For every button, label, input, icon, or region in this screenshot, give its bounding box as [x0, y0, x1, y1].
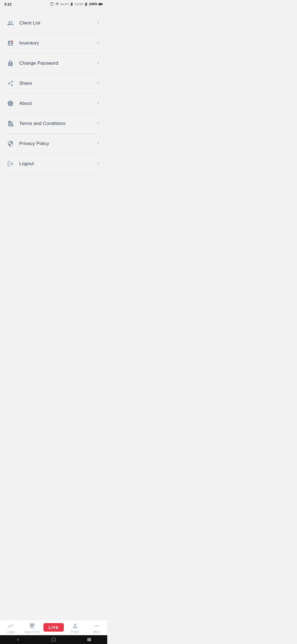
menu-item-inventory[interactable]: Inventory: [7, 33, 101, 53]
menu-item-privacy[interactable]: Privacy Policy: [7, 134, 101, 154]
chevron-right-icon: [96, 141, 101, 147]
menu-list: Client List Inventory: [0, 13, 107, 174]
svg-rect-2: [102, 4, 103, 4]
menu-item-change-password[interactable]: Change Password: [7, 53, 101, 73]
lock-icon: [7, 59, 14, 67]
share-icon: [7, 80, 14, 87]
signal-bars2: ▐▌: [84, 3, 88, 6]
menu-item-logout[interactable]: Logout: [7, 154, 101, 174]
inventory-icon: [7, 39, 14, 47]
wifi-icon: [55, 2, 59, 6]
battery-text: 100%: [89, 2, 97, 6]
menu-item-share[interactable]: Share: [7, 73, 101, 94]
logout-icon: [7, 160, 14, 168]
chevron-right-icon: [96, 60, 101, 67]
change-password-label: Change Password: [19, 61, 58, 66]
signal-text2: VoLTE2: [75, 3, 83, 6]
status-icons: VoLTE1 ▐▌ VoLTE2 ▐▌ 100%: [50, 2, 103, 6]
svg-rect-1: [99, 4, 102, 5]
about-label: About: [19, 101, 32, 106]
chevron-right-icon: [96, 100, 101, 107]
main-content: Client List Inventory: [0, 8, 107, 174]
logout-label: Logout: [19, 161, 34, 167]
menu-item-client-list[interactable]: Client List: [7, 13, 101, 33]
inventory-label: Inventory: [19, 40, 39, 46]
svg-point-3: [11, 41, 13, 42]
chevron-right-icon: [96, 121, 101, 127]
signal-bars1: ▐▌: [70, 3, 73, 6]
status-time: 5:22: [4, 2, 12, 6]
status-bar: 5:22 VoLTE1 ▐▌ VoLTE2 ▐▌ 100%: [0, 0, 107, 8]
menu-item-about[interactable]: About: [7, 94, 101, 114]
chevron-right-icon: [96, 80, 101, 87]
info-icon: [7, 100, 14, 107]
menu-item-terms[interactable]: Terms and Conditions: [7, 114, 101, 134]
clients-icon: [7, 19, 14, 27]
terms-icon: [7, 120, 14, 127]
signal-text: VoLTE1: [60, 3, 69, 6]
privacy-icon: [7, 140, 14, 148]
privacy-label: Privacy Policy: [19, 141, 49, 146]
chevron-right-icon: [96, 20, 101, 26]
battery-icon: [98, 2, 103, 6]
chevron-right-icon: [96, 40, 101, 47]
chevron-right-icon: [96, 161, 101, 167]
share-label: Share: [19, 81, 32, 86]
clipboard-icon: [50, 2, 54, 6]
terms-label: Terms and Conditions: [19, 121, 65, 126]
client-list-label: Client List: [19, 20, 40, 26]
